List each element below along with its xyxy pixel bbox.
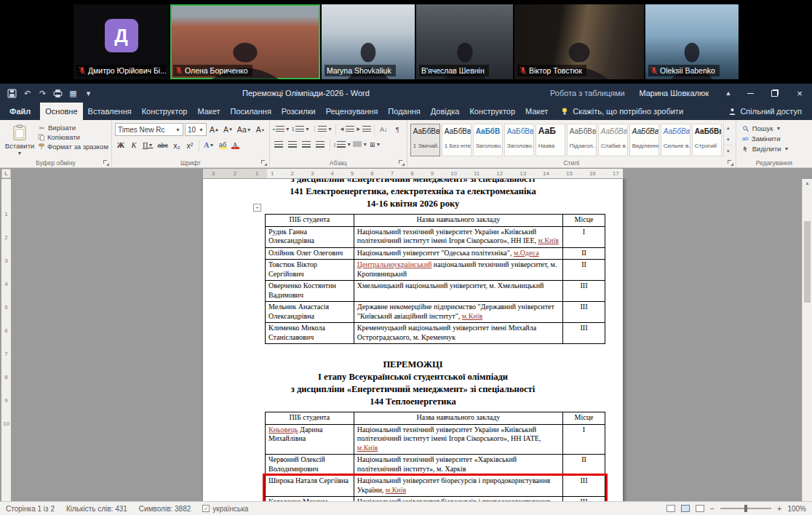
select-button[interactable]: Виділити▼ [742, 145, 789, 153]
highlight-color-button[interactable]: аб [218, 142, 228, 149]
print-layout-icon[interactable] [681, 505, 690, 512]
participant-tile[interactable]: Олена Бориченко [170, 4, 320, 79]
multilevel-list-button[interactable]: ⋮▼ [311, 123, 333, 135]
style-item[interactable]: АаБбВвГг1 Звичай... [410, 124, 440, 156]
copy-button[interactable]: Копіювати [38, 133, 108, 141]
language-indicator[interactable]: ✓українська [202, 505, 248, 513]
close-button[interactable]: × [787, 84, 812, 103]
shading-button[interactable]: ▼ [353, 138, 367, 151]
tell-me-box[interactable]: Скажіть, що потрібно зробити [553, 103, 690, 120]
share-button[interactable]: Спільний доступ [718, 103, 812, 120]
font-color-button[interactable]: А [230, 142, 241, 149]
ribbon-tab-8[interactable]: Подання [383, 103, 425, 120]
qat-customize-icon[interactable]: ▾ [84, 89, 93, 98]
save-icon[interactable] [7, 89, 17, 98]
zoom-slider-thumb[interactable] [744, 505, 747, 512]
style-item[interactable]: АаБбВвГЗаголово... [504, 124, 534, 156]
increase-indent-button[interactable]: ► [356, 123, 371, 135]
superscript-button[interactable]: x² [184, 139, 196, 151]
decrease-indent-button[interactable]: ◄ [339, 123, 354, 135]
clear-formatting-button[interactable]: А✦ [255, 124, 266, 136]
style-item[interactable]: АаБбВвГгПідзагол... [567, 124, 597, 156]
style-item[interactable]: АаБбВвГг1 Без інте... [442, 124, 471, 156]
paragraph-dialog-launcher[interactable] [399, 160, 405, 166]
sort-button[interactable]: А↓ [378, 123, 390, 135]
ribbon-tab-3[interactable]: Конструктор [137, 103, 193, 120]
ribbon-tab-1[interactable]: Основне [40, 103, 82, 120]
scrollbar-thumb[interactable] [804, 221, 811, 303]
strikethrough-button[interactable]: abc [156, 139, 170, 151]
table-move-handle[interactable]: + [253, 204, 261, 212]
horizontal-ruler[interactable]: 3·2·1 1·2·3·4·5·6·7·8·9·10·11·12·13·14·1… [203, 169, 623, 178]
read-mode-icon[interactable] [666, 505, 675, 512]
participant-tile[interactable]: Віктор Товстюк [514, 4, 644, 79]
show-marks-button[interactable]: ¶ [391, 123, 404, 135]
file-tab[interactable]: Файл [0, 103, 40, 120]
page-indicator[interactable]: Сторінка 1 із 2 [6, 505, 55, 513]
grow-font-button[interactable]: А▲ [208, 124, 220, 136]
shrink-font-button[interactable]: А▼ [222, 124, 234, 136]
justify-button[interactable] [314, 138, 327, 151]
paste-button[interactable]: Вставити ▼ [3, 122, 36, 157]
bullets-button[interactable]: •▼ [273, 123, 290, 135]
ribbon-display-options-icon[interactable]: ▲ [719, 84, 738, 103]
scroll-up-icon[interactable]: ▲ [803, 179, 812, 185]
ribbon-tab-9[interactable]: Довідка [426, 103, 465, 120]
ribbon-tab-4[interactable]: Макет [192, 103, 225, 120]
bold-button[interactable]: Ж [115, 139, 127, 151]
zoom-in-button[interactable]: + [777, 504, 781, 513]
signed-in-user[interactable]: Марина Шовкалюк [639, 89, 709, 97]
line-spacing-button[interactable]: ↕▼ [333, 138, 351, 151]
zoom-level[interactable]: 100% [787, 505, 806, 513]
font-dialog-launcher[interactable] [261, 160, 267, 166]
format-painter-button[interactable]: Формат за зразком [38, 143, 108, 151]
participant-tile[interactable]: Oleksii Babenko [645, 4, 739, 79]
style-item[interactable]: АаБбВвГгВиділення [629, 124, 659, 156]
vertical-ruler[interactable]: 1·2·3·4·5·6·7·8·9·10 [1, 179, 11, 501]
tab-stop-selector[interactable]: L [1, 169, 11, 178]
change-case-button[interactable]: Аа▼ [236, 124, 253, 136]
gallery-expand-icon[interactable]: ▼ [724, 145, 733, 157]
font-size-select[interactable]: 10▼ [185, 123, 207, 136]
cut-button[interactable]: ✂Вирізати [38, 124, 108, 132]
undo-icon[interactable]: ↶ [23, 89, 32, 98]
ribbon-tab-7[interactable]: Рецензування [321, 103, 383, 120]
align-left-button[interactable] [273, 138, 285, 151]
gallery-up-icon[interactable]: ▲ [724, 122, 733, 134]
redo-icon[interactable]: ↷ [38, 89, 47, 98]
style-item[interactable]: АаБбВвГгСлабке в... [598, 124, 628, 156]
clipboard-dialog-launcher[interactable] [103, 160, 109, 166]
align-right-button[interactable] [300, 138, 313, 151]
align-center-button[interactable] [287, 138, 299, 151]
ribbon-tab-6[interactable]: Розсилки [276, 103, 321, 120]
zoom-out-button[interactable]: − [710, 504, 715, 513]
font-family-select[interactable]: Times New Rc▼ [115, 123, 183, 136]
italic-button[interactable]: К [128, 139, 140, 151]
text-effects-button[interactable]: А▼ [202, 139, 216, 151]
borders-button[interactable]: ⊞▼ [369, 138, 381, 151]
document-page[interactable]: з дисципліни «Енергетичний менеджмент» з… [203, 179, 623, 501]
style-item[interactable]: АаБбВвГг,Строгий [692, 124, 722, 156]
participant-tile[interactable]: В'ячеслав Шевнін [416, 4, 513, 79]
char-count[interactable]: Символів: 3882 [139, 505, 191, 513]
vertical-scrollbar[interactable]: ▲ [802, 179, 812, 501]
print-icon[interactable] [53, 89, 63, 98]
word-count[interactable]: Кількість слів: 431 [66, 505, 127, 513]
participant-tile[interactable]: Maryna Shovkaliuk [322, 4, 415, 79]
table-draw-icon[interactable]: ▦ [68, 89, 78, 98]
ribbon-tab-10[interactable]: Конструктор [464, 103, 520, 120]
underline-button[interactable]: П▼ [141, 139, 155, 151]
ribbon-tab-2[interactable]: Вставлення [83, 103, 137, 120]
style-item[interactable]: АаБНазва [536, 124, 565, 156]
ribbon-tab-5[interactable]: Посилання [226, 103, 276, 120]
styles-dialog-launcher[interactable] [728, 160, 733, 166]
numbering-button[interactable]: 1▼ [292, 123, 310, 135]
restore-button[interactable] [763, 84, 787, 103]
replace-button[interactable]: ab Замінити [742, 135, 789, 143]
gallery-down-icon[interactable]: ▼ [724, 134, 733, 145]
style-item[interactable]: АаБбВЗаголово... [473, 124, 503, 156]
subscript-button[interactable]: x₂ [171, 139, 183, 151]
participant-tile[interactable]: ДДмитро Юрійович Бі... [73, 4, 169, 79]
ribbon-tab-11[interactable]: Макет [520, 103, 553, 120]
zoom-slider[interactable] [720, 508, 771, 509]
